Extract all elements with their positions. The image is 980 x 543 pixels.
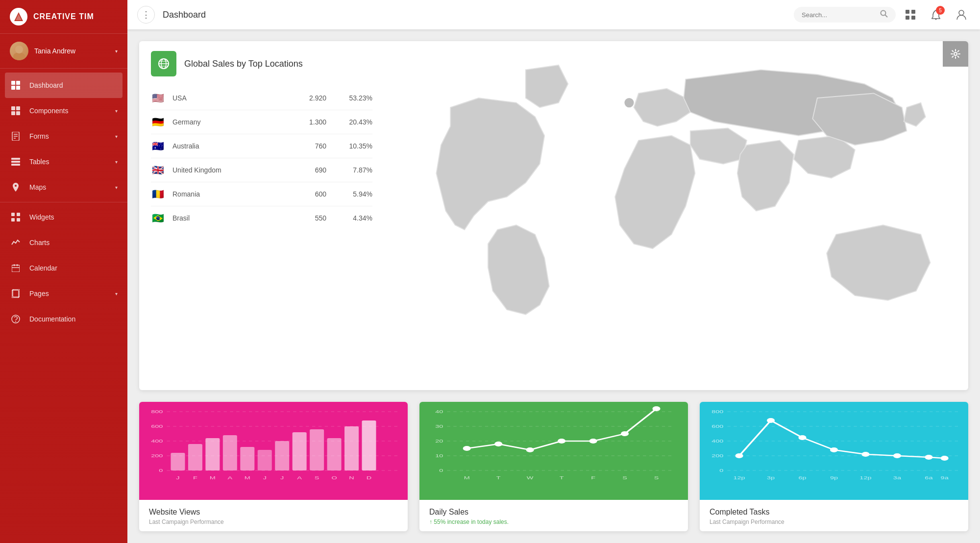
svg-text:30: 30 xyxy=(435,424,443,429)
sidebar-item-forms[interactable]: Forms ▾ xyxy=(0,123,127,149)
svg-rect-61 xyxy=(275,441,289,470)
svg-rect-32 xyxy=(911,10,915,14)
charts-grid: 800 600 400 200 0 xyxy=(139,402,968,531)
sidebar-item-documentation[interactable]: Documentation xyxy=(0,306,127,332)
svg-text:M: M xyxy=(210,475,216,480)
svg-text:S: S xyxy=(315,475,319,480)
svg-text:800: 800 xyxy=(711,409,724,414)
svg-point-90 xyxy=(494,442,502,446)
flag-germany: 🇩🇪 xyxy=(151,116,165,128)
chart-title: Daily Sales xyxy=(429,508,678,517)
flag-uk: 🇬🇧 xyxy=(151,164,165,176)
page-title: Dashboard xyxy=(163,10,794,20)
svg-rect-33 xyxy=(906,16,909,20)
widgets-icon xyxy=(10,211,22,223)
notifications-button[interactable]: 5 xyxy=(927,6,945,24)
sidebar: CREATIVE TIM Tania Andrew ▾ Dashboard xyxy=(0,0,127,543)
header-actions: 5 xyxy=(902,6,970,24)
notification-count: 5 xyxy=(936,6,945,15)
chart-subtitle: Last Campaign Performance xyxy=(710,518,958,525)
svg-rect-2 xyxy=(11,81,15,85)
sidebar-item-widgets[interactable]: Widgets xyxy=(0,204,127,230)
svg-rect-8 xyxy=(11,111,15,115)
sidebar-item-tables[interactable]: Tables ▾ xyxy=(0,149,127,174)
sales-value: 550 xyxy=(287,214,326,222)
sidebar-item-label: Maps xyxy=(29,183,115,191)
chevron-down-icon: ▾ xyxy=(115,291,118,296)
svg-text:12p: 12p xyxy=(733,475,745,480)
table-row: 🇺🇸 USA 2.920 53.23% xyxy=(151,86,372,110)
svg-point-113 xyxy=(735,453,743,458)
svg-text:0: 0 xyxy=(439,468,443,473)
sidebar-item-charts[interactable]: Charts xyxy=(0,230,127,255)
sidebar-item-pages[interactable]: Pages ▾ xyxy=(0,281,127,306)
flag-australia: 🇦🇺 xyxy=(151,140,165,152)
country-name: Australia xyxy=(172,142,287,150)
svg-text:6a: 6a xyxy=(925,475,932,480)
sales-pct: 7.87% xyxy=(338,166,372,174)
svg-text:0: 0 xyxy=(159,468,163,473)
sales-pct: 5.94% xyxy=(338,190,372,198)
sales-value: 760 xyxy=(287,142,326,150)
header: ⋮ Dashboard xyxy=(127,0,980,29)
svg-line-30 xyxy=(885,15,888,18)
sales-pct: 20.43% xyxy=(338,118,372,126)
svg-rect-31 xyxy=(906,10,909,14)
svg-point-29 xyxy=(881,11,886,16)
sidebar-header: CREATIVE TIM xyxy=(0,0,127,34)
svg-text:20: 20 xyxy=(435,439,443,444)
svg-rect-7 xyxy=(16,106,20,110)
svg-point-92 xyxy=(558,439,565,444)
svg-text:S: S xyxy=(654,475,659,480)
svg-rect-18 xyxy=(17,213,20,216)
svg-rect-5 xyxy=(16,86,20,90)
svg-point-94 xyxy=(621,431,629,436)
dashboard-icon xyxy=(10,79,22,91)
svg-point-28 xyxy=(15,321,16,322)
brand-logo xyxy=(10,8,27,25)
search-input[interactable] xyxy=(802,11,880,19)
search-button[interactable] xyxy=(880,10,888,20)
chart-info: Completed Tasks Last Campaign Performanc… xyxy=(700,500,968,531)
svg-text:10: 10 xyxy=(435,453,443,458)
svg-text:J: J xyxy=(176,475,179,480)
svg-rect-4 xyxy=(11,86,15,90)
svg-text:0: 0 xyxy=(719,468,723,473)
world-map xyxy=(394,51,958,380)
global-sales-data: Global Sales by Top Locations 🇺🇸 USA 2.9… xyxy=(139,41,384,390)
svg-text:200: 200 xyxy=(711,453,724,458)
sidebar-item-maps[interactable]: Maps ▾ xyxy=(0,174,127,200)
svg-rect-9 xyxy=(16,111,20,115)
sidebar-item-dashboard[interactable]: Dashboard xyxy=(5,73,122,98)
country-name: United Kingdom xyxy=(172,166,287,174)
avatar xyxy=(10,42,28,60)
grid-view-button[interactable] xyxy=(902,6,919,24)
sidebar-item-components[interactable]: Components ▾ xyxy=(0,98,127,123)
pages-icon xyxy=(10,288,22,299)
user-profile-button[interactable] xyxy=(953,6,970,24)
chart-stat: ↑ 55% increase in today sales. xyxy=(429,518,678,525)
svg-rect-57 xyxy=(205,438,220,470)
country-name: USA xyxy=(172,94,287,102)
svg-rect-65 xyxy=(344,426,359,470)
svg-text:J: J xyxy=(263,475,267,480)
svg-rect-59 xyxy=(240,447,254,470)
sidebar-item-label: Charts xyxy=(29,239,118,247)
svg-text:F: F xyxy=(193,475,197,480)
flag-brasil: 🇧🇷 xyxy=(151,212,165,224)
menu-button[interactable]: ⋮ xyxy=(137,6,155,24)
settings-button[interactable] xyxy=(943,41,968,67)
country-name: Romania xyxy=(172,190,287,198)
charts-icon xyxy=(10,237,22,248)
sidebar-item-calendar[interactable]: Calendar xyxy=(0,255,127,281)
svg-text:12p: 12p xyxy=(859,475,872,480)
user-menu[interactable]: Tania Andrew ▾ xyxy=(0,34,127,69)
svg-text:9a: 9a xyxy=(941,475,949,480)
table-row: 🇬🇧 United Kingdom 690 7.87% xyxy=(151,158,372,182)
sidebar-item-label: Calendar xyxy=(29,264,118,272)
chevron-down-icon: ▾ xyxy=(115,159,118,165)
svg-rect-64 xyxy=(327,438,342,470)
svg-point-35 xyxy=(935,19,937,20)
calendar-icon xyxy=(10,262,22,274)
website-views-chart: 800 600 400 200 0 xyxy=(139,402,408,500)
